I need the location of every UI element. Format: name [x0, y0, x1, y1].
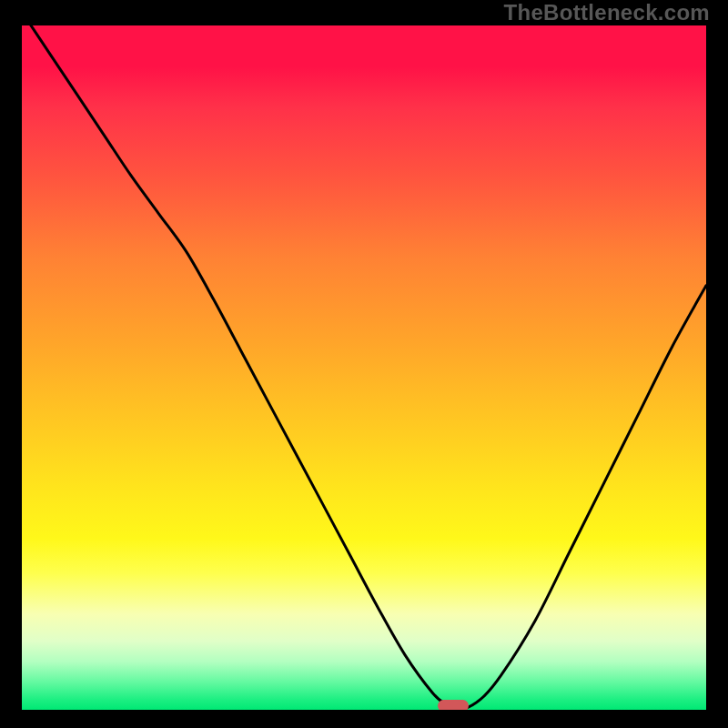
line-curve [22, 25, 706, 710]
chart-frame: TheBottleneck.com [0, 0, 728, 728]
plot-area [22, 25, 706, 710]
minimum-marker [438, 700, 469, 710]
watermark-text: TheBottleneck.com [504, 0, 710, 25]
